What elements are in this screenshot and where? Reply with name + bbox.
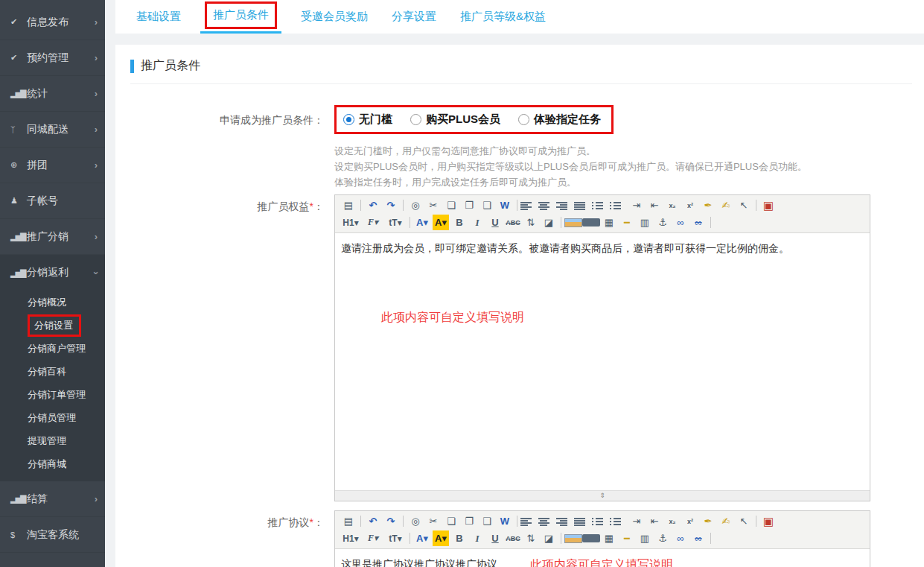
text-color-icon[interactable]: A▾ xyxy=(413,530,431,546)
submenu-distribution-overview[interactable]: 分销概况 xyxy=(0,291,105,314)
sidebar-item-taobaoke[interactable]: $ 淘宝客系统 xyxy=(0,517,105,553)
eraser-icon[interactable]: ◪ xyxy=(540,215,558,230)
radio-buy-plus[interactable]: 购买PLUS会员 xyxy=(410,113,500,127)
ordered-list-icon[interactable] xyxy=(592,517,610,526)
select-all-icon[interactable]: ↖ xyxy=(735,197,753,213)
underline-icon[interactable]: U xyxy=(486,215,504,230)
align-right-icon[interactable] xyxy=(556,201,574,210)
select-all-icon[interactable]: ↖ xyxy=(735,513,753,529)
unlink-icon[interactable]: ∞ xyxy=(689,530,707,546)
radio-assigned-task[interactable]: 体验指定任务 xyxy=(518,113,601,127)
highlight-color-icon[interactable]: A▾ xyxy=(433,530,449,546)
video-icon[interactable] xyxy=(582,534,600,542)
italic-icon[interactable]: I xyxy=(468,215,486,230)
align-center-icon[interactable] xyxy=(538,517,556,526)
insert-hr-icon[interactable]: ━ xyxy=(618,530,636,546)
separator[interactable] xyxy=(360,516,361,527)
separator[interactable] xyxy=(561,533,561,544)
submenu-withdraw-management[interactable]: 提现管理 xyxy=(0,429,105,452)
align-justify-icon[interactable] xyxy=(574,517,592,526)
sidebar-item-sub-account[interactable]: ♟ 子帐号 xyxy=(0,183,105,219)
link-icon[interactable]: ∞ xyxy=(672,215,689,230)
heading-select[interactable]: H1▾ xyxy=(340,215,362,230)
unlink-icon[interactable]: ∞ xyxy=(689,215,707,230)
editor-content-agreement[interactable]: 这里是推广协议推广协议推广协议 此项内容可自定义填写说明 xyxy=(335,549,870,567)
format-brush-icon[interactable]: ✒ xyxy=(699,197,717,213)
align-center-icon[interactable] xyxy=(538,201,556,210)
paste-text-icon[interactable]: ❑ xyxy=(478,197,496,213)
paste-icon[interactable]: ❐ xyxy=(460,513,478,529)
superscript-icon[interactable]: x² xyxy=(681,197,699,213)
indent-icon[interactable]: ⇥ xyxy=(628,513,646,529)
font-family-select[interactable]: F▾ xyxy=(362,215,384,230)
separator[interactable] xyxy=(756,200,756,211)
preview-icon[interactable]: ◎ xyxy=(407,513,424,529)
separator[interactable] xyxy=(561,217,561,228)
editor-resize-bar[interactable]: ⇕ xyxy=(335,490,870,501)
resize-handle-icon[interactable]: ⇕ xyxy=(599,492,605,499)
sidebar-item-settlement[interactable]: ▂▅▇ 结算 › xyxy=(0,481,105,517)
table-icon[interactable]: ▦ xyxy=(600,530,618,546)
fullscreen-icon[interactable]: ▣ xyxy=(759,197,777,213)
sidebar-item-group-buy[interactable]: ⊕ 拼团 › xyxy=(0,148,105,183)
separator[interactable] xyxy=(517,516,517,527)
sidebar-item-info-publish[interactable]: ✔ 信息发布 › xyxy=(0,4,105,40)
paste-word-icon[interactable]: W xyxy=(496,197,514,213)
cut-icon[interactable]: ✂ xyxy=(424,197,442,213)
font-family-select[interactable]: F▾ xyxy=(362,530,384,546)
submenu-member-management[interactable]: 分销员管理 xyxy=(0,406,105,429)
submenu-distribution-settings[interactable]: 分销设置 xyxy=(0,314,105,337)
font-size-select[interactable]: tT▾ xyxy=(384,530,407,546)
line-height-icon[interactable]: ⇅ xyxy=(522,530,540,546)
radio-button-icon[interactable] xyxy=(410,114,421,125)
anchor-icon[interactable]: ⚓ xyxy=(654,530,672,546)
subscript-icon[interactable]: x₂ xyxy=(663,513,681,529)
superscript-icon[interactable]: x² xyxy=(681,513,699,529)
outdent-icon[interactable]: ⇤ xyxy=(646,197,663,213)
quick-format-icon[interactable]: ✍ xyxy=(717,513,735,529)
ordered-list-icon[interactable] xyxy=(592,201,610,210)
quick-format-icon[interactable]: ✍ xyxy=(717,197,735,213)
eraser-icon[interactable]: ◪ xyxy=(540,530,558,546)
separator[interactable] xyxy=(360,200,361,211)
table-icon[interactable]: ▦ xyxy=(600,215,618,230)
strikethrough-icon[interactable]: ABC xyxy=(504,215,522,230)
sidebar-item-rebate[interactable]: ▂▅▇ 分销返利 › xyxy=(0,255,105,291)
underline-icon[interactable]: U xyxy=(486,530,504,546)
bold-icon[interactable]: B xyxy=(450,530,468,546)
align-left-icon[interactable] xyxy=(520,201,538,210)
submenu-distribution-wiki[interactable]: 分销百科 xyxy=(0,360,105,383)
separator[interactable] xyxy=(710,217,711,228)
radio-no-threshold[interactable]: 无门槛 xyxy=(343,113,392,127)
sidebar-item-statistics[interactable]: ▂▅▇ 统计 › xyxy=(0,76,105,112)
image-icon[interactable] xyxy=(564,534,582,543)
italic-icon[interactable]: I xyxy=(468,530,486,546)
redo-icon[interactable]: ↷ xyxy=(382,197,400,213)
radio-button-icon[interactable] xyxy=(343,114,354,125)
tab-promoter-condition[interactable]: 推广员条件 xyxy=(193,0,289,34)
undo-icon[interactable]: ↶ xyxy=(364,197,382,213)
text-color-icon[interactable]: A▾ xyxy=(413,215,431,230)
video-icon[interactable] xyxy=(582,218,600,227)
separator[interactable] xyxy=(517,200,517,211)
cut-icon[interactable]: ✂ xyxy=(424,513,442,529)
anchor-icon[interactable]: ⚓ xyxy=(654,215,672,230)
insert-hr-icon[interactable]: ━ xyxy=(618,215,636,230)
source-icon[interactable]: ▤ xyxy=(340,197,357,213)
link-icon[interactable]: ∞ xyxy=(672,530,689,546)
editor-content-rights[interactable]: 邀请注册成为会员，即可绑定邀请关系。被邀请者购买商品后，邀请者即可获得一定比例的… xyxy=(335,233,870,490)
font-size-select[interactable]: tT▾ xyxy=(384,215,407,230)
separator[interactable] xyxy=(403,200,404,211)
unordered-list-icon[interactable] xyxy=(610,517,628,526)
heading-select[interactable]: H1▾ xyxy=(340,530,362,546)
redo-icon[interactable]: ↷ xyxy=(382,513,400,529)
separator[interactable] xyxy=(410,533,410,544)
source-icon[interactable]: ▤ xyxy=(340,513,357,529)
tab-promoter-level-rights[interactable]: 推广员等级&权益 xyxy=(448,0,558,34)
bold-icon[interactable]: B xyxy=(450,215,468,230)
fullscreen-icon[interactable]: ▣ xyxy=(759,513,777,529)
copy-icon[interactable]: ❏ xyxy=(442,197,460,213)
align-left-icon[interactable] xyxy=(520,517,538,526)
submenu-order-management[interactable]: 分销订单管理 xyxy=(0,383,105,406)
separator[interactable] xyxy=(410,217,410,228)
